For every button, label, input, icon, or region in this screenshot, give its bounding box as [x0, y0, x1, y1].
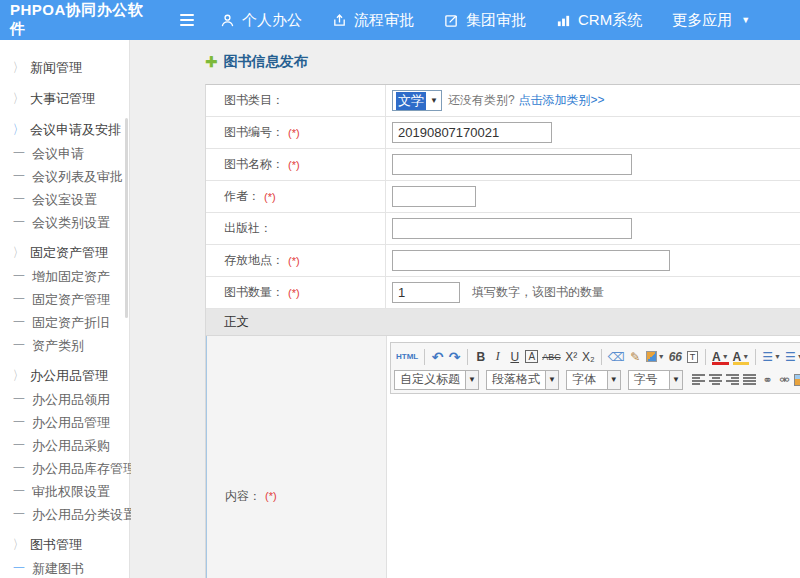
underline-button[interactable]: U	[506, 347, 523, 366]
sidebar-item-supplies-category[interactable]: 一办公用品分类设置	[0, 503, 129, 526]
sidebar-item-meeting-category[interactable]: 一会议类别设置	[0, 211, 129, 234]
book-number-input[interactable]	[392, 122, 552, 143]
sidebar-item-supplies-stock[interactable]: 一办公用品库存管理	[0, 457, 129, 480]
book-name-input[interactable]	[392, 154, 632, 175]
sidebar-item-asset-manage[interactable]: 一固定资产管理	[0, 288, 129, 311]
nav-item-more-apps[interactable]: 更多应用 ▼	[672, 11, 750, 30]
form-row-location: 存放地点：(*)	[206, 245, 800, 277]
add-category-link[interactable]: 点击添加类别>>	[519, 92, 605, 109]
insert-link-icon[interactable]: ⚭	[758, 370, 775, 389]
redo-icon[interactable]: ↷	[446, 347, 463, 366]
paste-text-icon[interactable]: T	[684, 347, 701, 366]
sidebar-item-supplies-purchase[interactable]: 一办公用品采购	[0, 434, 129, 457]
chevron-right-icon: 〉	[13, 121, 23, 139]
required-marker: (*)	[288, 287, 300, 299]
highlight-color-button[interactable]: A▼	[731, 347, 752, 366]
dash-icon: 一	[13, 437, 25, 454]
sidebar-item-meeting[interactable]: 〉会议申请及安排	[0, 118, 129, 142]
sidebar-item-assets[interactable]: 〉固定资产管理	[0, 241, 129, 265]
sidebar-scrollbar[interactable]	[125, 118, 128, 318]
required-marker: (*)	[265, 490, 277, 502]
chevron-right-icon: 〉	[13, 536, 23, 554]
sidebar-item-news[interactable]: 〉新闻管理	[0, 56, 129, 80]
quantity-input[interactable]	[392, 282, 460, 303]
dash-icon: 一	[13, 214, 25, 231]
bold-button[interactable]: B	[472, 347, 489, 366]
sidebar-item-books[interactable]: 〉图书管理	[0, 533, 129, 557]
dash-icon: 一	[13, 460, 25, 477]
editor-toolbar-row1: HTML ↶ ↷ B I U A ABC X² X₂ ⌫	[394, 345, 800, 368]
sidebar: 〉新闻管理 〉大事记管理 〉会议申请及安排 一会议申请 一会议列表及审批 一会议…	[0, 40, 130, 578]
edit-square-icon	[444, 13, 459, 28]
author-input[interactable]	[392, 186, 476, 207]
color-palette-icon[interactable]: ▼	[644, 347, 667, 366]
category-select[interactable]: 文学 ▼	[392, 90, 442, 111]
remove-link-icon[interactable]: ⚮	[775, 370, 792, 389]
align-justify-icon[interactable]	[741, 370, 758, 389]
field-label: 图书数量：	[224, 284, 284, 301]
editor-toolbar: HTML ↶ ↷ B I U A ABC X² X₂ ⌫	[390, 342, 800, 394]
sidebar-item-supplies-manage[interactable]: 一办公用品管理	[0, 411, 129, 434]
align-right-icon[interactable]	[724, 370, 741, 389]
form-row-book-name: 图书名称：(*)	[206, 149, 800, 181]
sidebar-item-book-new[interactable]: 一新建图书	[0, 557, 129, 578]
top-navbar: PHPOA协同办公软件 个人办公 流程审批 集团审批 CRM系统 更多应用 ▼	[0, 0, 800, 40]
align-center-icon[interactable]	[707, 370, 724, 389]
dash-icon: 一	[13, 168, 25, 185]
sidebar-item-meeting-apply[interactable]: 一会议申请	[0, 142, 129, 165]
dash-icon: 一	[13, 268, 25, 285]
app-logo: PHPOA协同办公软件	[0, 1, 158, 39]
dash-icon: 一	[13, 391, 25, 408]
nav-item-group-approval[interactable]: 集团审批	[444, 11, 526, 30]
book-form: 图书类目： 文学 ▼ 还没有类别? 点击添加类别>> 图书编号：(*) 图书名称…	[205, 84, 800, 578]
insert-image-icon[interactable]	[792, 370, 800, 389]
sidebar-item-asset-category[interactable]: 一资产类别	[0, 334, 129, 357]
field-label: 图书编号：	[224, 124, 284, 141]
dash-icon: 一	[13, 145, 25, 162]
nav-item-personal-office[interactable]: 个人办公	[220, 11, 302, 30]
sidebar-item-memorabilia[interactable]: 〉大事记管理	[0, 87, 129, 111]
sidebar-item-asset-depreciation[interactable]: 一固定资产折旧	[0, 311, 129, 334]
align-left-icon[interactable]	[690, 370, 707, 389]
sidebar-item-meeting-list[interactable]: 一会议列表及审批	[0, 165, 129, 188]
hamburger-menu-icon[interactable]	[180, 14, 194, 26]
html-source-button[interactable]: HTML	[394, 347, 420, 366]
superscript-button[interactable]: X²	[563, 347, 580, 366]
font-color-button[interactable]: A▼	[710, 347, 731, 366]
sidebar-item-supplies[interactable]: 〉办公用品管理	[0, 364, 129, 388]
eraser-icon[interactable]: ⌫	[606, 347, 627, 366]
undo-icon[interactable]: ↶	[429, 347, 446, 366]
sidebar-item-supplies-claim[interactable]: 一办公用品领用	[0, 388, 129, 411]
select-arrow-icon: ▼	[607, 371, 620, 389]
select-arrow-icon: ▼	[465, 371, 478, 389]
subscript-button[interactable]: X₂	[580, 347, 597, 366]
ordered-list-icon[interactable]: ☰▼	[760, 347, 783, 366]
page-title: ✚ 图书信息发布	[205, 53, 800, 71]
select-arrow-icon: ▼	[545, 371, 558, 389]
font-size-select[interactable]: 字号▼	[628, 370, 683, 390]
select-arrow-icon: ▼	[669, 371, 682, 389]
italic-button[interactable]: I	[489, 347, 506, 366]
chevron-right-icon: 〉	[13, 367, 23, 385]
required-marker: (*)	[288, 159, 300, 171]
blockquote-icon[interactable]: 66	[667, 347, 684, 366]
publisher-input[interactable]	[392, 218, 632, 239]
format-brush-icon[interactable]: ✎	[627, 347, 644, 366]
sidebar-item-meeting-room[interactable]: 一会议室设置	[0, 188, 129, 211]
paragraph-format-select[interactable]: 段落格式▼	[486, 370, 559, 390]
unordered-list-icon[interactable]: ☰▼	[783, 347, 800, 366]
location-input[interactable]	[392, 250, 670, 271]
nav-item-flow-approval[interactable]: 流程审批	[332, 11, 414, 30]
sidebar-item-approval-permission[interactable]: 一审批权限设置	[0, 480, 129, 503]
custom-title-select[interactable]: 自定义标题▼	[394, 370, 479, 390]
select-arrow-icon: ▼	[430, 96, 438, 105]
form-row-quantity: 图书数量：(*) 填写数字，该图书的数量	[206, 277, 800, 309]
editor-content-area[interactable]	[390, 394, 800, 578]
field-label: 内容：	[225, 488, 261, 505]
sidebar-item-asset-add[interactable]: 一增加固定资产	[0, 265, 129, 288]
autoformat-icon[interactable]: A	[523, 347, 540, 366]
font-family-select[interactable]: 字体▼	[566, 370, 621, 390]
strikethrough-button[interactable]: ABC	[540, 347, 563, 366]
chevron-right-icon: 〉	[13, 59, 23, 77]
nav-item-crm[interactable]: CRM系统	[556, 11, 642, 30]
